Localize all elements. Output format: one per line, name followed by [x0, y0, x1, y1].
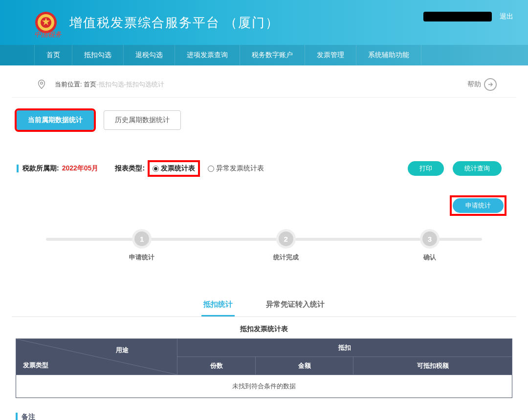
section-bar-icon — [16, 413, 18, 420]
empty-message: 未找到符合条件的数据 — [16, 375, 512, 398]
radio-icon — [208, 166, 214, 172]
subtab-deduction-stat[interactable]: 抵扣统计 — [201, 295, 235, 316]
tab-current-period[interactable]: 当前属期数据统计 — [17, 110, 94, 130]
svg-point-4 — [41, 82, 43, 84]
query-button[interactable]: 统计查询 — [453, 161, 502, 176]
radio-label-invoice: 发票统计表 — [161, 164, 195, 173]
breadcrumb-home[interactable]: 首页 — [84, 80, 96, 89]
location-icon — [36, 79, 47, 90]
table-title: 抵扣发票统计表 — [12, 325, 516, 334]
help-label: 帮助 — [467, 80, 481, 89]
header-banner: 中国税务 增值税发票综合服务平台 （厦门） 退出 — [0, 0, 528, 45]
period-value: 2022年05月 — [62, 164, 99, 173]
step-2-circle: 2 — [279, 231, 293, 246]
th-amount: 金额 — [256, 357, 353, 375]
nav-deduction[interactable]: 抵扣勾选 — [72, 45, 124, 65]
nav-home[interactable]: 首页 — [34, 45, 72, 65]
step-3-circle: 3 — [422, 231, 437, 246]
step-1-label: 申请统计 — [129, 253, 154, 262]
radio-icon — [153, 166, 159, 172]
logout-link[interactable]: 退出 — [500, 12, 513, 21]
nav-input-query[interactable]: 进项发票查询 — [175, 45, 240, 65]
th-type-label: 发票类型 — [23, 361, 48, 370]
breadcrumb-label: 当前位置: — [55, 80, 82, 89]
subtab-exception-transfer[interactable]: 异常凭证转入统计 — [264, 295, 327, 316]
breadcrumb-path: 抵扣勾选-抵扣勾选统计 — [99, 80, 164, 89]
th-count: 份数 — [177, 357, 256, 375]
logo-script: 中国税务 — [34, 30, 62, 39]
th-use-label: 用途 — [116, 346, 129, 355]
report-type-label: 报表类型: — [115, 164, 145, 173]
th-diagonal: 用途 发票类型 — [16, 339, 177, 375]
radio-exception-stat[interactable]: 异常发票统计表 — [205, 162, 267, 175]
remarks-title: 备注 — [22, 413, 35, 420]
main-nav: 首页 抵扣勾选 退税勾选 进项发票查询 税务数字账户 发票管理 系统辅助功能 — [0, 45, 528, 65]
radio-invoice-stat[interactable]: 发票统计表 — [148, 160, 200, 177]
print-button[interactable]: 打印 — [408, 161, 444, 176]
step-2-label: 统计完成 — [273, 253, 299, 262]
breadcrumb: 当前位置: 首页 - 抵扣勾选-抵扣勾选统计 帮助 — [12, 71, 516, 98]
th-deduction: 抵扣 — [177, 339, 512, 357]
nav-tax-account[interactable]: 税务数字账户 — [240, 45, 305, 65]
period-label: 税款所属期: — [22, 164, 59, 173]
user-info-block — [423, 12, 492, 21]
table-empty-row: 未找到符合条件的数据 — [16, 375, 512, 398]
tab-history-period[interactable]: 历史属期数据统计 — [104, 110, 181, 130]
section-bar-icon — [17, 165, 19, 172]
nav-system-aux[interactable]: 系统辅助功能 — [356, 45, 421, 65]
stat-table: 用途 发票类型 抵扣 份数 金额 可抵扣税额 未找到符合条件的数据 — [16, 338, 512, 398]
step-indicator: 1 申请统计 2 统计完成 3 确认 — [46, 231, 482, 261]
th-deductible-tax: 可抵扣税额 — [353, 357, 512, 375]
page-title: 增值税发票综合服务平台 （厦门） — [69, 14, 279, 31]
apply-stat-button[interactable]: 申请统计 — [453, 198, 504, 213]
nav-refund[interactable]: 退税勾选 — [124, 45, 175, 65]
help-link[interactable]: 帮助 — [467, 78, 497, 91]
step-3-label: 确认 — [423, 253, 436, 262]
nav-invoice-mgmt[interactable]: 发票管理 — [305, 45, 356, 65]
step-1-circle: 1 — [134, 231, 149, 246]
radio-label-exception: 异常发票统计表 — [216, 164, 264, 173]
arrow-right-icon — [484, 78, 497, 91]
